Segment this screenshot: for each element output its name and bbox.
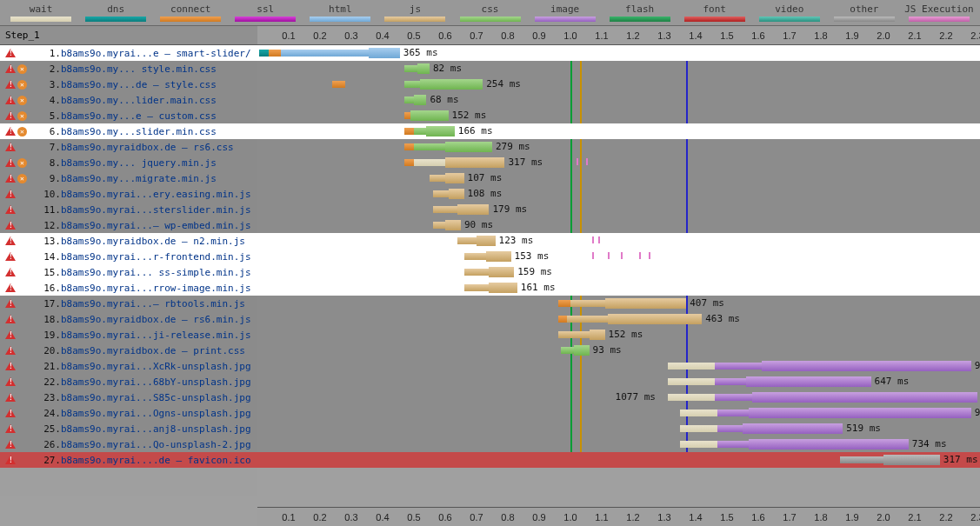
row-icons (0, 221, 31, 230)
legend-item-connect[interactable]: connect (153, 0, 228, 25)
ruler-tick: 1.5 (720, 30, 733, 41)
resource-row[interactable]: 23.b8ams9o.myrai...S85c-unsplash.jpg (0, 390, 257, 405)
timeline-row[interactable]: 317 ms (404) (257, 452, 980, 468)
row-index: 4. (31, 95, 61, 106)
resource-row[interactable]: ✕3.b8ams9o.my...de – style.css (0, 77, 257, 92)
resource-row[interactable]: ✕9.b8ams9o.my...migrate.min.js (0, 170, 257, 186)
timeline-row[interactable]: 123 ms (257, 233, 980, 249)
resource-row[interactable]: 16.b8ams9o.myrai...rrow-image.min.js (0, 280, 257, 296)
legend-label: html (329, 3, 352, 15)
legend-item-js[interactable]: js (377, 0, 452, 25)
resource-row[interactable]: 26.b8ams9o.myrai...Qo-unsplash-2.jpg (0, 436, 257, 452)
resource-row[interactable]: 11.b8ams9o.myrai...sterslider.min.js (0, 202, 257, 217)
resource-row[interactable]: 15.b8ams9o.myrai... ss-simple.min.js (0, 264, 257, 280)
row-index: 1. (31, 48, 61, 59)
timeline-row[interactable]: 463 ms (257, 311, 980, 327)
resource-row[interactable]: 13.b8ams9o.myraidbox.de – n2.min.js (0, 233, 257, 249)
row-index: 23. (31, 392, 61, 403)
duration-label: 463 ms (705, 313, 740, 324)
legend-item-html[interactable]: html (303, 0, 377, 25)
timeline-row[interactable]: 159 ms (257, 264, 980, 280)
legend-item-css[interactable]: css (452, 0, 527, 25)
row-icons: ✕ (0, 174, 31, 183)
legend-swatch (10, 17, 71, 22)
timeline-row[interactable]: 317 ms (257, 155, 980, 170)
timing-segment (567, 316, 608, 323)
resource-row[interactable]: ✕4.b8ams9o.my...lider.main.css (0, 92, 257, 108)
timeline-row[interactable]: 734 ms (257, 436, 980, 452)
legend-item-image[interactable]: image (528, 0, 603, 25)
resource-row[interactable]: ✕6.b8ams9o.my...slider.min.css (0, 123, 257, 139)
timeline-row[interactable]: 152 ms (257, 327, 980, 343)
js-execution-mark (639, 252, 641, 259)
timeline-row[interactable]: 152 ms (257, 108, 980, 123)
timeline-row[interactable]: 279 ms (257, 139, 980, 155)
timeline-row[interactable]: 68 ms (257, 92, 980, 108)
timing-segment (369, 48, 400, 58)
resource-row[interactable]: 1.b8ams9o.myrai...e – smart-slider/ (0, 45, 257, 61)
legend-swatch (310, 17, 370, 22)
js-execution-mark (586, 158, 588, 165)
resource-row[interactable]: 22.b8ams9o.myrai...68bY-unsplash.jpg (0, 374, 257, 390)
timeline-row[interactable]: 166 ms (257, 123, 980, 139)
row-index: 16. (31, 283, 61, 294)
timing-segment (404, 65, 417, 72)
timing-segment (746, 376, 871, 387)
timing-segment (717, 441, 749, 448)
resource-name: b8ams9o.myrai...anj8-unsplash.jpg (61, 423, 257, 435)
resource-row[interactable]: 17.b8ams9o.myrai...– rbtools.min.js (0, 296, 257, 311)
ruler-tick: 1.0 (563, 30, 577, 41)
timeline-row[interactable]: 365 ms (257, 45, 980, 61)
duration-label: 317 ms (508, 156, 543, 168)
timeline-row[interactable]: 956 ms (257, 405, 980, 421)
legend-item-JS Execution[interactable]: JS Execution (902, 0, 977, 25)
timeline-row[interactable]: 254 ms (257, 77, 980, 92)
row-icons (0, 283, 31, 292)
legend-item-font[interactable]: font (677, 0, 752, 25)
resource-row[interactable]: ✕8.b8ams9o.my... jquery.min.js (0, 155, 257, 170)
resource-row[interactable]: 12.b8ams9o.myrai...– wp-embed.min.js (0, 217, 257, 233)
timeline-row[interactable]: 90 ms (257, 217, 980, 233)
timing-segment (717, 425, 743, 432)
timing-segment (561, 347, 573, 354)
resource-row[interactable]: 18.b8ams9o.myraidbox.de – rs6.min.js (0, 311, 257, 327)
legend-item-flash[interactable]: flash (603, 0, 677, 25)
timeline-row[interactable]: 82 ms (257, 61, 980, 77)
ruler-tick: 0.5 (407, 30, 420, 41)
timing-segment (457, 237, 477, 244)
resource-row[interactable]: 27.b8ams9o.myrai....de – favicon.ico (0, 452, 257, 468)
resource-row[interactable]: ✕5.b8ams9o.my...e – custom.css (0, 108, 257, 123)
timeline-row[interactable]: 407 ms (257, 296, 980, 311)
legend-item-other[interactable]: other (827, 0, 902, 25)
timing-segment (608, 314, 702, 324)
row-icons (0, 268, 31, 276)
legend-item-dns[interactable]: dns (78, 0, 153, 25)
resource-row[interactable]: 25.b8ams9o.myrai...anj8-unsplash.jpg (0, 421, 257, 436)
bar-area: 976 ms (257, 358, 980, 374)
timeline-row[interactable]: 108 ms (257, 186, 980, 202)
resource-row[interactable]: 14.b8ams9o.myrai...r-frontend.min.js (0, 249, 257, 264)
timeline-row[interactable]: 107 ms (257, 170, 980, 186)
ruler-tick: 2.3 (970, 512, 980, 523)
timing-segment (445, 142, 492, 152)
resource-row[interactable]: 21.b8ams9o.myrai...XcRk-unsplash.jpg (0, 358, 257, 374)
timeline-row[interactable]: 179 ms (257, 202, 980, 217)
timeline-row[interactable]: 1077 ms (257, 390, 980, 405)
timeline-row[interactable]: 161 ms (257, 280, 980, 296)
legend-item-wait[interactable]: wait (3, 0, 78, 25)
legend-item-ssl[interactable]: ssl (228, 0, 303, 25)
resource-row[interactable]: 10.b8ams9o.myrai...ery.easing.min.js (0, 186, 257, 202)
timeline-row[interactable]: 519 ms (257, 421, 980, 436)
timeline-row[interactable]: 153 ms (257, 249, 980, 264)
timeline-row[interactable]: 93 ms (257, 343, 980, 358)
timeline-row[interactable]: 976 ms (257, 358, 980, 374)
resource-row[interactable]: 24.b8ams9o.myrai...Ogns-unsplash.jpg (0, 405, 257, 421)
resource-row[interactable]: ✕2.b8ams9o.my... style.min.css (0, 61, 257, 77)
legend-item-video[interactable]: video (752, 0, 827, 25)
duration-label: 166 ms (458, 125, 493, 136)
resource-row[interactable]: 20.b8ams9o.myraidbox.de – print.css (0, 343, 257, 358)
resource-row[interactable]: 7.b8ams9o.myraidbox.de – rs6.css (0, 139, 257, 155)
resource-row[interactable]: 19.b8ams9o.myrai...ji-release.min.js (0, 327, 257, 343)
bar-area: 153 ms (257, 249, 980, 264)
timeline-row[interactable]: 647 ms (257, 374, 980, 390)
